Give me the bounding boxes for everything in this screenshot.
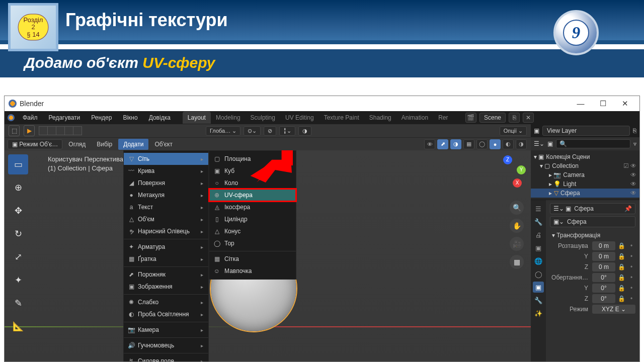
gizmo-x-icon[interactable]: X [513,178,522,188]
add-item-6[interactable]: ຯНарисний Олівець▸ [124,225,208,237]
prop-tab-particles[interactable]: ✨ [533,308,544,319]
shading-solid-icon[interactable]: ● [490,139,501,149]
outliner-display-icon[interactable]: ☰⌄ [534,140,544,147]
loc-z[interactable]: 0 m [592,262,615,272]
mode-dropdown[interactable]: ▣ Режим Об'є… [8,139,62,149]
outliner-sphere[interactable]: ▸ ▽ Сфера👁 [531,189,639,198]
add-item-9[interactable]: ⬈Порожняк▸ [124,268,208,281]
outliner-search[interactable]: 🔍 [556,139,630,148]
menu-add[interactable]: Додати [118,139,148,150]
menu-object[interactable]: Об'єкт [149,139,178,150]
shading-matprev-icon[interactable]: ◐ [503,139,514,149]
menu-edit[interactable]: Редагувати [44,112,86,123]
viewlayer-new-icon[interactable]: ⎘ [633,127,636,134]
rot-x[interactable]: 0° [592,273,615,282]
tool-move[interactable]: ✥ [8,201,28,221]
mesh-item-4[interactable]: ◬Ікосфера [209,201,296,213]
prop-tab-output[interactable]: 🖨 [533,229,544,240]
perspective-icon[interactable]: ▦ [510,255,524,269]
rot-z[interactable]: 0° [592,294,615,303]
add-item-5[interactable]: △Об'єм▸ [124,213,208,225]
zoom-icon[interactable]: 🔍 [510,201,524,215]
camera-view-icon[interactable]: 🎥 [510,237,524,251]
gizmo-y-icon[interactable]: Y [517,165,526,174]
viewlayer-browse-icon[interactable]: ▣ [534,127,539,134]
menu-help[interactable]: Довідка [144,112,176,123]
scene-browse-icon[interactable]: 🎬 [465,113,476,123]
scene-new-icon[interactable]: ⎘ [509,113,520,123]
rotation-mode[interactable]: XYZ E ⌄ [592,305,635,314]
xray-icon[interactable]: ▦ [463,139,474,149]
tool-rotate[interactable]: ↻ [8,224,28,244]
pivot-dropdown[interactable]: ⊙⌄ [244,126,261,136]
mesh-item-6[interactable]: △Конус [209,225,296,237]
gizmo-toggle-icon[interactable]: ⬈ [437,139,448,149]
window-maximize[interactable]: ☐ [592,99,613,108]
tool-annotate[interactable]: ✎ [8,293,28,313]
tab-texturepaint[interactable]: Texture Paint [319,112,364,124]
tool-select-box[interactable]: ▭ [8,154,28,174]
tab-shading[interactable]: Shading [364,112,396,124]
mesh-item-5[interactable]: ▯Циліндр [209,213,296,225]
add-item-14[interactable]: 🔊Гучномовець▸ [124,339,208,351]
proportional-toggle[interactable]: ◑ [298,126,311,136]
cursor-icon[interactable]: ▶ [24,125,35,136]
viewlayer-name[interactable]: View Layer [542,126,630,136]
loc-x[interactable]: 0 m [592,241,615,250]
shading-wire-icon[interactable]: ◯ [476,139,488,149]
snap-toggle[interactable]: ⊘ [264,126,276,136]
outliner-camera[interactable]: ▸ 📷 Camera👁 [531,170,639,179]
add-item-10[interactable]: ▣Зображення▸ [124,281,208,293]
scene-name[interactable]: Scene [479,113,506,123]
props-breadcrumb-1[interactable]: ☰⌄ ▣ Сфера📌 [550,203,635,214]
prop-tab-world[interactable]: ◯ [533,268,544,280]
menu-select[interactable]: Вибір [92,139,117,150]
outliner-light[interactable]: ▸ 💡 Light👁 [531,179,639,189]
tab-sculpting[interactable]: Sculpting [246,112,280,124]
mesh-item-9[interactable]: ☺Мавпочка [209,265,296,277]
prop-tab-tool[interactable]: ☰ [533,203,544,214]
add-item-4[interactable]: aТекст▸ [124,201,208,213]
nav-gizmo[interactable]: Z Y X [490,155,526,192]
tool-cursor[interactable]: ⊕ [8,177,28,198]
mesh-item-3[interactable]: ⊕UV-сфера [209,189,296,201]
outliner-scene-collection[interactable]: ▾ ▣ Колекція Сцени [531,152,639,161]
loc-y[interactable]: 0 m [592,252,615,261]
prop-tab-object[interactable]: ▣ [533,282,544,293]
outliner-view-icon[interactable]: ▣ [547,140,553,147]
window-close[interactable]: ✕ [614,99,635,108]
visibility-icon[interactable]: 👁 [424,139,435,149]
prop-tab-scene[interactable]: 🌐 [533,255,544,266]
panel-transform-header[interactable]: ▾ Трансформація [550,229,635,241]
pan-icon[interactable]: ✋ [510,219,524,233]
add-item-0[interactable]: ▽Сіть▸ [124,153,208,165]
gizmo-z-icon[interactable]: Z [503,155,512,164]
tab-animation[interactable]: Animation [396,112,433,124]
menu-render[interactable]: Рендер [86,112,117,123]
shading-rendered-icon[interactable]: ◑ [516,139,527,149]
add-item-11[interactable]: ✺Слабко▸ [124,296,208,308]
prop-tab-render[interactable]: 🔧 [533,216,544,227]
outliner-filter-icon[interactable]: ▿ [633,140,636,147]
rot-y[interactable]: 0° [592,284,615,293]
viewport-canvas[interactable]: ▭ ⊕ ✥ ↻ ⤢ ✦ ✎ 📐 Користувач Перспектива (… [5,150,531,361]
outliner-collection[interactable]: ▾ ▢ Collection☑ 👁 [531,161,639,170]
add-item-7[interactable]: ✦Арматура▸ [124,241,208,253]
add-item-15[interactable]: ↯Силове поле▸ [124,355,208,361]
menu-view[interactable]: Огляд [63,139,91,150]
tab-modeling[interactable]: Modeling [211,112,246,124]
tool-scale[interactable]: ⤢ [8,247,28,267]
add-item-8[interactable]: ▦Ґратка▸ [124,253,208,265]
tab-rer[interactable]: Rer [433,112,453,124]
overlays-toggle-icon[interactable]: ◑ [450,139,461,149]
tab-uvediting[interactable]: UV Editing [280,112,319,124]
add-item-12[interactable]: ◐Проба Освітлення▸ [124,308,208,320]
menu-file[interactable]: Файл [18,112,43,123]
transform-orientation[interactable]: Глоба… ⌄ [206,126,240,136]
editor-type-icon[interactable]: ⬚ [9,125,20,136]
scene-del-icon[interactable]: ✕ [523,113,534,123]
add-item-1[interactable]: 〰Крива▸ [124,165,208,177]
mesh-item-8[interactable]: ▦Сітка [209,253,296,265]
select-mode[interactable] [39,126,82,135]
mesh-item-7[interactable]: ◯Тор [209,237,296,249]
